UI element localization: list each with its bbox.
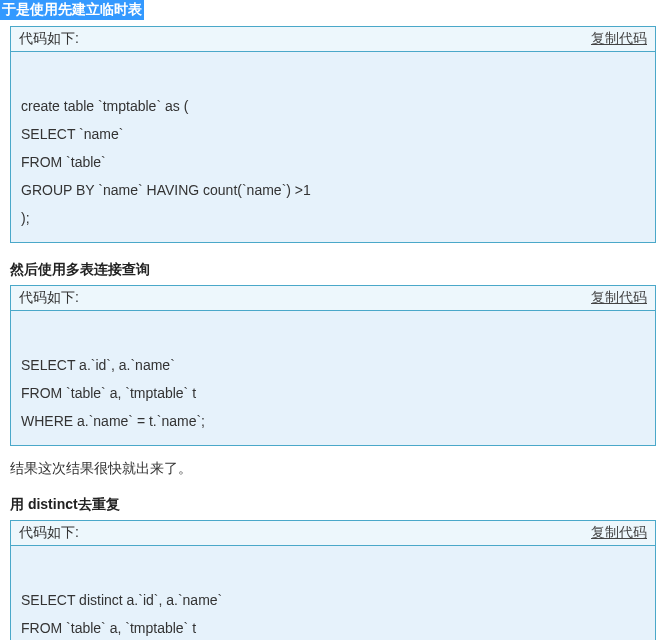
- code-header: 代码如下: 复制代码: [11, 521, 655, 546]
- code-block-3: 代码如下: 复制代码 SELECT distinct a.`id`, a.`na…: [10, 520, 656, 640]
- section-heading-join-query: 然后使用多表连接查询: [10, 261, 656, 279]
- code-header: 代码如下: 复制代码: [11, 286, 655, 311]
- copy-code-link[interactable]: 复制代码: [591, 30, 647, 48]
- code-body: SELECT a.`id`, a.`name` FROM `table` a, …: [11, 311, 655, 445]
- code-block-1: 代码如下: 复制代码 create table `tmptable` as ( …: [10, 26, 656, 243]
- section-heading-distinct: 用 distinct去重复: [10, 496, 656, 514]
- code-body: create table `tmptable` as ( SELECT `nam…: [11, 52, 655, 242]
- code-header-label: 代码如下:: [19, 289, 79, 307]
- code-header-label: 代码如下:: [19, 524, 79, 542]
- code-header: 代码如下: 复制代码: [11, 27, 655, 52]
- code-header-label: 代码如下:: [19, 30, 79, 48]
- copy-code-link[interactable]: 复制代码: [591, 524, 647, 542]
- result-text: 结果这次结果很快就出来了。: [10, 460, 656, 478]
- copy-code-link[interactable]: 复制代码: [591, 289, 647, 307]
- code-body: SELECT distinct a.`id`, a.`name` FROM `t…: [11, 546, 655, 640]
- code-block-2: 代码如下: 复制代码 SELECT a.`id`, a.`name` FROM …: [10, 285, 656, 446]
- highlighted-intro-text: 于是使用先建立临时表: [0, 0, 144, 20]
